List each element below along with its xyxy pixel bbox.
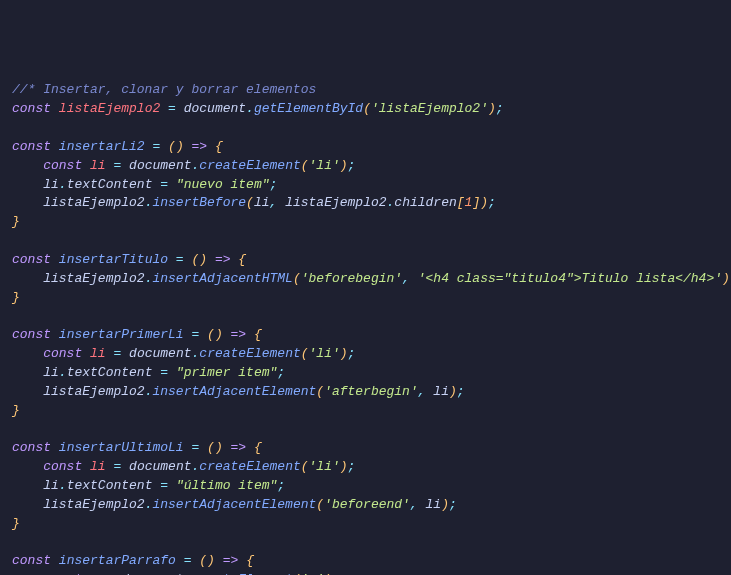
op-eq: = [113, 158, 121, 173]
op-eq: = [191, 440, 199, 455]
op-eq: = [168, 101, 176, 116]
kw-const: const [12, 553, 51, 568]
prop-textContent: textContent [67, 478, 153, 493]
var-li: li [90, 346, 106, 361]
semi: ; [488, 195, 496, 210]
kw-const: const [43, 346, 82, 361]
comma: , [410, 497, 418, 512]
prop-textContent: textContent [67, 365, 153, 380]
var-insertarTitulo: insertarTitulo [59, 252, 168, 267]
comma: , [402, 271, 410, 286]
var-li: li [254, 195, 270, 210]
op-eq: = [160, 177, 168, 192]
str-afterbegin: 'afterbegin' [324, 384, 418, 399]
arrow: => [215, 252, 231, 267]
var-insertarPrimerLi: insertarPrimerLi [59, 327, 184, 342]
var-listaEjemplo2: listaEjemplo2 [43, 271, 144, 286]
op-eq: = [160, 478, 168, 493]
str-h4: '<h4 class="titulo4">Titulo lista</h4>' [418, 271, 722, 286]
comma: , [270, 195, 278, 210]
lbracket: [ [457, 195, 465, 210]
kw-const: const [12, 252, 51, 267]
op-eq: = [191, 327, 199, 342]
semi: ; [496, 101, 504, 116]
fn-insertAdjacentElement: insertAdjacentElement [152, 384, 316, 399]
rparen: ) [488, 101, 496, 116]
rparen: ) [199, 252, 207, 267]
lparen: ( [316, 497, 324, 512]
prop-textContent: textContent [67, 177, 153, 192]
var-li: li [43, 478, 59, 493]
comment-line: //* Insertar, clonar y borrar elementos [12, 82, 316, 97]
var-li: li [43, 177, 59, 192]
op-eq: = [176, 252, 184, 267]
lparen: ( [301, 346, 309, 361]
lbrace: { [254, 440, 262, 455]
arrow: => [223, 553, 239, 568]
rparen: ) [480, 195, 488, 210]
var-li: li [90, 158, 106, 173]
arrow: => [231, 327, 247, 342]
str-li: 'li' [309, 158, 340, 173]
fn-insertBefore: insertBefore [152, 195, 246, 210]
kw-const: const [12, 139, 51, 154]
rbrace: } [12, 214, 20, 229]
rbrace: } [12, 516, 20, 531]
lparen: ( [293, 271, 301, 286]
fn-createElement: createElement [199, 158, 300, 173]
global-document: document [129, 459, 191, 474]
dot: . [59, 365, 67, 380]
lbrace: { [215, 139, 223, 154]
comma: , [418, 384, 426, 399]
var-listaEjemplo2: listaEjemplo2 [285, 195, 386, 210]
var-li: li [90, 459, 106, 474]
lparen: ( [207, 327, 215, 342]
rparen: ) [176, 139, 184, 154]
var-listaEjemplo2: listaEjemplo2 [43, 497, 144, 512]
lbrace: { [254, 327, 262, 342]
semi: ; [348, 459, 356, 474]
kw-const: const [12, 440, 51, 455]
rparen: ) [340, 158, 348, 173]
lparen: ( [246, 195, 254, 210]
arrow: => [231, 440, 247, 455]
str-li: 'li' [309, 346, 340, 361]
var-listaEjemplo2: listaEjemplo2 [59, 101, 160, 116]
var-insertarLi2: insertarLi2 [59, 139, 145, 154]
rbrace: } [12, 403, 20, 418]
str-beforebegin: 'beforebegin' [301, 271, 402, 286]
rparen: ) [215, 327, 223, 342]
kw-const: const [12, 101, 51, 116]
arrow: => [192, 139, 208, 154]
fn-insertAdjacentHTML: insertAdjacentHTML [152, 271, 292, 286]
semi: ; [348, 346, 356, 361]
lparen: ( [168, 139, 176, 154]
fn-createElement: createElement [199, 346, 300, 361]
var-listaEjemplo2: listaEjemplo2 [43, 384, 144, 399]
var-li: li [43, 365, 59, 380]
fn-getElementById: getElementById [254, 101, 363, 116]
str-li: 'li' [309, 459, 340, 474]
lparen: ( [301, 459, 309, 474]
semi: ; [277, 478, 285, 493]
str-ultimo-item: "último item" [176, 478, 277, 493]
lparen: ( [199, 553, 207, 568]
str-listaEjemplo2: 'listaEjemplo2' [371, 101, 488, 116]
dot: . [59, 478, 67, 493]
code-editor[interactable]: //* Insertar, clonar y borrar elementos … [12, 81, 719, 575]
rparen: ) [215, 440, 223, 455]
global-document: document [184, 101, 246, 116]
op-eq: = [152, 139, 160, 154]
semi: ; [348, 158, 356, 173]
str-nuevo-item: "nuevo item" [176, 177, 270, 192]
var-li: li [426, 497, 442, 512]
lparen: ( [363, 101, 371, 116]
op-eq: = [113, 459, 121, 474]
prop-children: children [394, 195, 456, 210]
var-listaEjemplo2: listaEjemplo2 [43, 195, 144, 210]
rbrace: } [12, 290, 20, 305]
fn-createElement: createElement [199, 459, 300, 474]
rparen: ) [449, 384, 457, 399]
op-eq: = [184, 553, 192, 568]
var-insertarParrafo: insertarParrafo [59, 553, 176, 568]
